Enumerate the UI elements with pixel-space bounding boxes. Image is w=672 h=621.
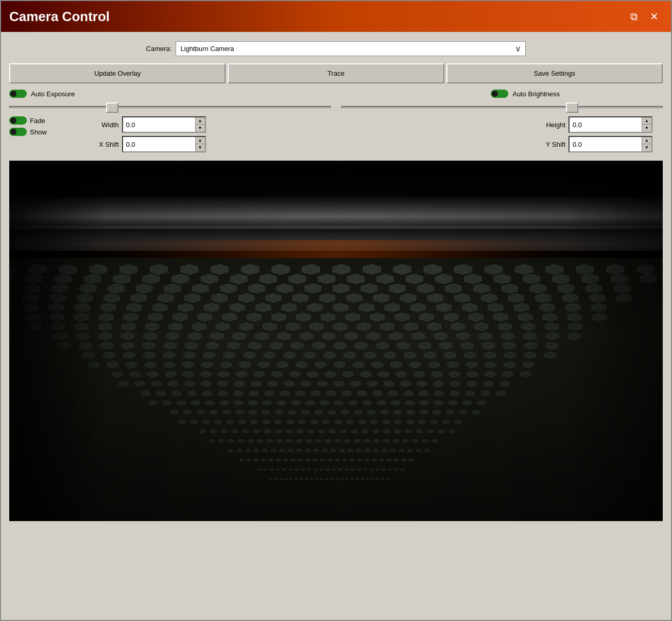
right-controls: Height ▲ ▼ Y Shift ▲ xyxy=(535,116,652,152)
height-input-wrap: ▲ ▼ xyxy=(568,116,652,133)
auto-exposure-label: Auto Exposure xyxy=(31,90,75,98)
content-area: Camera: Lightburn Camera ∨ Update Overla… xyxy=(1,32,671,527)
height-decrement-button[interactable]: ▼ xyxy=(642,125,651,132)
trace-button[interactable]: Trace xyxy=(228,63,444,83)
height-spinner: ▲ ▼ xyxy=(642,117,651,132)
update-overlay-button[interactable]: Update Overlay xyxy=(9,63,226,83)
yshift-input-wrap: ▲ ▼ xyxy=(568,136,652,152)
height-field-row: Height ▲ ▼ xyxy=(535,116,652,133)
camera-control-window: Camera Control ⧉ ✕ Camera: Lightburn Cam… xyxy=(0,0,672,621)
xshift-spinner: ▲ ▼ xyxy=(195,137,205,151)
height-input[interactable] xyxy=(570,117,642,132)
xshift-input[interactable] xyxy=(123,137,195,151)
width-spinner: ▲ ▼ xyxy=(195,117,205,132)
width-field-row: Width ▲ ▼ xyxy=(88,116,206,133)
middle-controls: Width ▲ ▼ X Shift ▲ xyxy=(88,116,206,152)
camera-label: Camera: xyxy=(146,45,172,53)
fade-label: Fade xyxy=(30,117,45,125)
auto-brightness-group: Auto Brightness xyxy=(491,90,560,98)
fade-toggle-item: Fade xyxy=(9,116,47,125)
title-bar: Camera Control ⧉ ✕ xyxy=(1,1,671,32)
width-decrement-button[interactable]: ▼ xyxy=(196,125,205,132)
camera-view xyxy=(9,161,663,521)
auto-brightness-toggle[interactable] xyxy=(491,90,508,98)
close-button[interactable]: ✕ xyxy=(646,9,663,24)
width-input-wrap: ▲ ▼ xyxy=(122,116,206,133)
camera-selected-value: Lightburn Camera xyxy=(180,45,234,53)
yshift-increment-button[interactable]: ▲ xyxy=(642,137,651,144)
width-label: Width xyxy=(88,121,119,129)
show-toggle[interactable] xyxy=(9,128,27,136)
yshift-decrement-button[interactable]: ▼ xyxy=(642,144,651,151)
left-controls: Fade Show xyxy=(9,116,47,136)
xshift-field-row: X Shift ▲ ▼ xyxy=(88,136,206,152)
yshift-field-row: Y Shift ▲ ▼ xyxy=(535,136,652,152)
yshift-input[interactable] xyxy=(570,137,642,151)
camera-select[interactable]: Lightburn Camera ∨ xyxy=(176,41,526,56)
yshift-spinner: ▲ ▼ xyxy=(642,137,651,151)
auto-exposure-group: Auto Exposure xyxy=(9,90,75,98)
auto-brightness-label: Auto Brightness xyxy=(512,90,560,98)
xshift-input-wrap: ▲ ▼ xyxy=(122,136,206,152)
fade-toggle[interactable] xyxy=(9,116,27,125)
save-settings-button[interactable]: Save Settings xyxy=(446,63,663,83)
camera-row: Camera: Lightburn Camera ∨ xyxy=(9,38,663,59)
sliders-row xyxy=(9,104,663,110)
yshift-label: Y Shift xyxy=(535,141,565,148)
restore-button[interactable]: ⧉ xyxy=(626,9,642,24)
height-increment-button[interactable]: ▲ xyxy=(642,117,651,125)
width-increment-button[interactable]: ▲ xyxy=(196,117,205,125)
xshift-decrement-button[interactable]: ▼ xyxy=(196,144,205,151)
height-label: Height xyxy=(535,121,565,129)
brightness-slider-track[interactable] xyxy=(341,106,663,108)
auto-exposure-toggle[interactable] xyxy=(9,90,27,98)
exposure-slider-track[interactable] xyxy=(9,106,331,108)
width-input[interactable] xyxy=(123,117,195,132)
show-label: Show xyxy=(30,128,47,136)
auto-toggles-row: Auto Exposure Auto Brightness xyxy=(9,88,663,100)
toolbar-row: Update Overlay Trace Save Settings xyxy=(9,63,663,83)
window-title: Camera Control xyxy=(9,9,110,25)
xshift-label: X Shift xyxy=(88,141,119,148)
brightness-slider-thumb[interactable] xyxy=(566,102,578,113)
xshift-increment-button[interactable]: ▲ xyxy=(196,137,205,144)
show-toggle-item: Show xyxy=(9,128,47,136)
exposure-slider-thumb[interactable] xyxy=(106,102,118,113)
camera-canvas xyxy=(9,161,663,521)
title-bar-buttons: ⧉ ✕ xyxy=(626,9,663,24)
chevron-down-icon: ∨ xyxy=(515,44,521,54)
